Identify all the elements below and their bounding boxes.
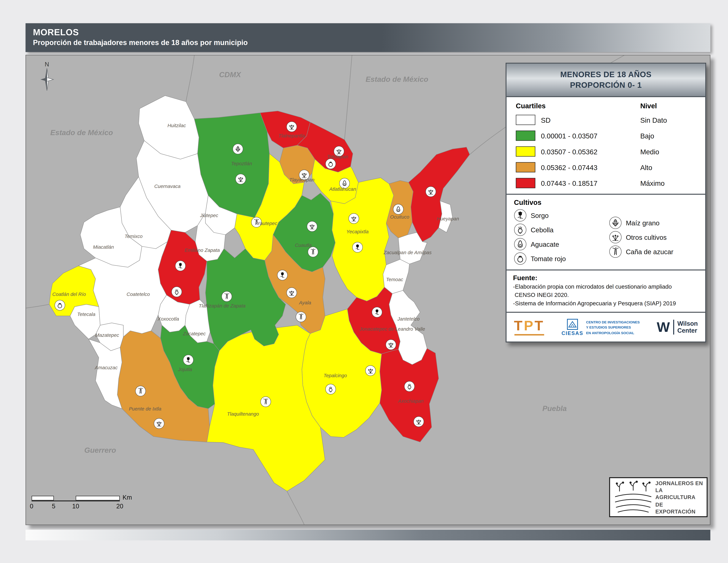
municipality-label-xoxocotla: Xoxocotla	[158, 316, 179, 322]
cultivo-item: Otros cultivos	[609, 230, 698, 244]
cana-icon	[296, 312, 306, 322]
legend-title: MENORES DE 18 AÑOS PROPORCIÓN 0- 1	[506, 64, 705, 97]
cultivos-title: Cultivos	[514, 198, 698, 206]
tomate-icon	[325, 159, 336, 169]
fuente-line: -Elaboración propia con microdatos del c…	[513, 283, 699, 291]
legend-range: 0.00001 - 0.03507	[541, 132, 597, 140]
municipality-label-huitzilac: Huitzilac	[167, 123, 186, 128]
sorgo-icon	[372, 307, 382, 318]
cultivo-label: Cebolla	[531, 226, 553, 233]
otros-icon	[287, 288, 297, 298]
page-title: MORELOS	[33, 27, 710, 38]
ciesas-line: Y ESTUDIOS SUPERIORES	[586, 325, 640, 331]
legend-level: Sin Dato	[640, 116, 667, 124]
municipality-label-temixco: Temixco	[125, 233, 142, 239]
jornaleros-line: JORNALEROS EN	[655, 479, 703, 487]
otros-icon	[609, 231, 622, 243]
cultivos-column-right: Maíz granoOtros cultivosCaña de azucar	[609, 215, 698, 266]
otros-icon	[236, 174, 246, 184]
scale-tick-label: 10	[72, 503, 79, 510]
ciesas-text-lines: CENTRO DE INVESTIGACIONESY ESTUDIOS SUPE…	[586, 319, 640, 336]
legend-range: 0.03507 - 0.05362	[541, 147, 597, 155]
quartile-rows: SDSin Dato0.00001 - 0.03507Bajo0.03507 -…	[516, 112, 696, 191]
legend-swatch	[516, 115, 535, 125]
sorgo-icon	[514, 209, 526, 222]
municipality-label-ocuituco: Ocuituco	[390, 214, 409, 219]
aguacate-icon	[393, 204, 404, 214]
municipality-label-emiliano-zapata: Emiliano Zapata	[185, 247, 220, 253]
wilson-center-logo: W Wilson Center	[657, 320, 698, 335]
scale-bar-graphic: Km	[32, 496, 120, 501]
municipality-label-tepoztlán: Tepoztlán	[231, 161, 252, 166]
municipality-label-tlaltizapán-de-zapata: Tlaltizapán de Zapata	[199, 303, 246, 309]
legend-range: SD	[541, 116, 550, 124]
municipality-label-jojutla: Jojutla	[178, 367, 192, 372]
aguacate-icon	[514, 238, 526, 250]
cultivo-item: Aguacate	[514, 237, 609, 251]
cultivo-label: Tomate rojo	[531, 255, 566, 262]
tpt-logo: TPT	[514, 319, 544, 336]
cana-icon	[308, 247, 318, 257]
municipality-label-jiutepec: Jiutepec	[200, 212, 218, 218]
legend-swatch	[516, 131, 535, 141]
municipality-label-amacuzac: Amacuzac	[94, 365, 118, 370]
ciesas-name: CIESAS	[562, 330, 583, 336]
municipality-label-cuautla: Cuautla	[295, 242, 312, 248]
otros-icon	[386, 340, 396, 350]
cultivo-label: Caña de azucar	[626, 248, 673, 255]
scale-tick-label: 0	[30, 503, 33, 510]
fuente-line: CENSO INEGI 2020.	[513, 291, 699, 300]
north-arrow: N	[36, 61, 58, 94]
sorgo-icon	[277, 270, 288, 280]
legend-level: Alto	[640, 163, 652, 171]
cultivo-item: Tomate rojo	[514, 251, 609, 266]
jornaleros-text: JORNALEROS ENLA AGRICULTURADE EXPORTACIÓ…	[655, 479, 703, 515]
quartiles-header-row: Cuartiles Nivel	[516, 102, 696, 112]
municipality-label-coatetelco: Coatetelco	[127, 292, 150, 297]
municipality-label-coatlán-del-río: Coatlán del Río	[52, 292, 86, 297]
municipality-label-tlayacapan: Tlayacapan	[289, 177, 314, 182]
neighbor-state-label-guerrero: Guerrero	[84, 446, 116, 454]
cebolla-icon	[404, 381, 415, 392]
neighbor-state-label-estado-de-méxico: Estado de México	[50, 128, 113, 137]
scale-bar-labels: 051020	[32, 503, 152, 511]
maiz-icon	[609, 216, 622, 229]
fuente-section: Fuente: -Elaboración propia con microdat…	[506, 269, 705, 312]
tomate-icon	[55, 300, 65, 311]
municipality-label-temoac: Temoac	[386, 277, 403, 282]
neighbor-state-label-estado-de-méxico: Estado de México	[366, 75, 428, 83]
legend-level: Máximo	[640, 179, 665, 187]
cultivo-label: Otros cultivos	[626, 233, 667, 241]
legend-row: 0.00001 - 0.03507Bajo	[516, 128, 696, 143]
quartiles-section: Cuartiles Nivel SDSin Dato0.00001 - 0.03…	[506, 97, 705, 194]
municipality-label-yautepec: Yautepec	[257, 220, 277, 226]
otros-icon	[154, 419, 164, 429]
tomate-icon	[514, 252, 526, 265]
legend-title-line2: PROPORCIÓN 0- 1	[570, 81, 642, 90]
municipality-label-zacualpan-de-amilpas: Zacualpan de Amilpas	[383, 250, 432, 255]
legend-swatch	[516, 178, 535, 188]
neighbor-state-label-cdmx: CDMX	[219, 70, 241, 79]
ciesas-line: CENTRO DE INVESTIGACIONES	[586, 320, 640, 325]
cana-icon	[609, 245, 622, 258]
ciesas-line: EN ANTROPOLOGÍA SOCIAL	[586, 330, 640, 336]
maiz-icon	[233, 144, 243, 154]
scale-unit: Km	[123, 494, 132, 501]
municipality-label-miacatlán: Miacatlán	[93, 244, 114, 250]
otros-icon	[349, 213, 359, 224]
jornaleros-logo: JORNALEROS ENLA AGRICULTURADE EXPORTACIÓ…	[609, 477, 708, 517]
legend-level: Bajo	[640, 132, 654, 140]
tpt-letters: TPT	[514, 319, 544, 333]
municipality-label-tetecala: Tetecala	[77, 312, 95, 317]
ciesas-logo: CIESAS CENTRO DE INVESTIGACIONESY ESTUDI…	[562, 319, 640, 336]
map-frame: HuitzilacTepoztlánTlalnepantlaTotolapanT…	[25, 55, 710, 525]
cultivo-item: Maíz grano	[609, 215, 698, 230]
fuente-line: -Sistema de Información Agropecuaria y P…	[513, 300, 699, 308]
municipality-label-axochiapan: Axochiapan	[398, 398, 424, 404]
otros-icon	[426, 186, 436, 197]
cultivo-item: Sorgo	[514, 208, 609, 222]
municipality-label-jantetelco: Jantetelco	[397, 316, 420, 322]
screenshot-root: MORELOS Proporción de trabajadores menor…	[0, 0, 728, 563]
cultivos-section: Cultivos SorgoCebollaAguacateTomate rojo…	[506, 194, 705, 269]
sorgo-icon	[175, 261, 185, 271]
